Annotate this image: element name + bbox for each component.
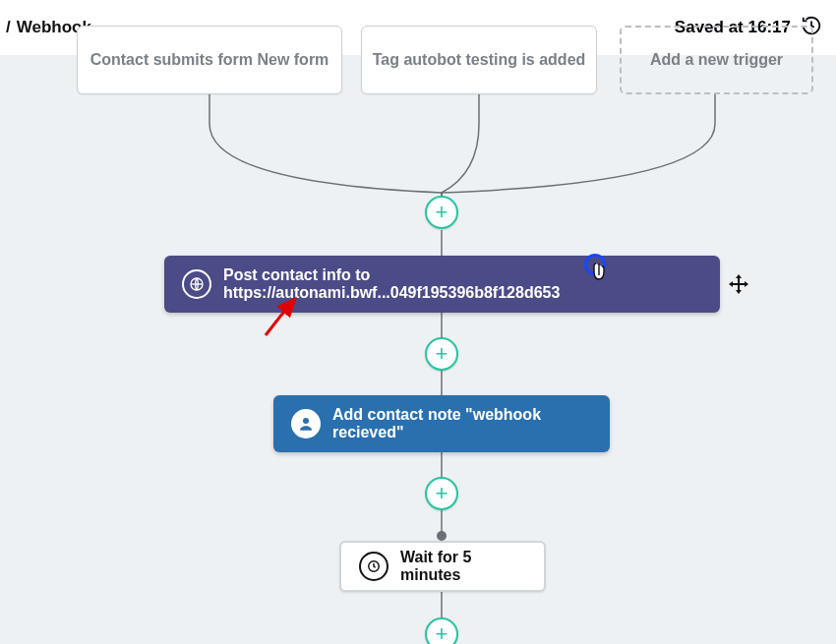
add-step-button[interactable]: + <box>425 617 458 644</box>
svg-marker-2 <box>736 274 742 278</box>
globe-icon <box>182 269 211 299</box>
svg-point-8 <box>303 418 309 424</box>
webhook-step-label: Post contact info to https://autonami.bw… <box>223 266 702 302</box>
wait-step[interactable]: Wait for 5 minutes <box>339 541 546 592</box>
svg-rect-7 <box>733 283 745 285</box>
add-step-button[interactable]: + <box>425 337 458 371</box>
add-trigger-button[interactable]: Add a new trigger <box>620 26 813 94</box>
svg-marker-4 <box>729 281 733 287</box>
trigger-card-form-submit[interactable]: Contact submits form New form <box>77 26 342 94</box>
add-step-button[interactable]: + <box>425 196 458 229</box>
trigger-label: Tag autobot testing is added <box>373 51 586 69</box>
svg-marker-3 <box>736 290 742 294</box>
person-icon <box>291 409 321 439</box>
automation-canvas[interactable]: Contact submits form New form Tag autobo… <box>0 55 836 644</box>
plus-icon: + <box>436 621 448 644</box>
plus-icon: + <box>436 481 448 506</box>
connector-dot <box>437 531 447 541</box>
webhook-step[interactable]: Post contact info to https://autonami.bw… <box>164 256 720 313</box>
plus-icon: + <box>436 200 448 225</box>
move-handle-icon[interactable] <box>726 271 751 297</box>
trigger-card-tag-added[interactable]: Tag autobot testing is added <box>361 26 597 94</box>
add-note-step[interactable]: Add contact note "webhook recieved" <box>273 395 610 452</box>
add-note-step-label: Add contact note "webhook recieved" <box>332 406 592 441</box>
svg-marker-5 <box>745 281 748 287</box>
trigger-label: Contact submits form New form <box>90 51 329 69</box>
clock-icon <box>359 552 388 581</box>
plus-icon: + <box>436 341 448 367</box>
add-step-button[interactable]: + <box>425 477 458 510</box>
breadcrumb-slash: / <box>6 18 11 37</box>
wait-step-label: Wait for 5 minutes <box>400 549 526 584</box>
add-trigger-label: Add a new trigger <box>650 51 783 69</box>
